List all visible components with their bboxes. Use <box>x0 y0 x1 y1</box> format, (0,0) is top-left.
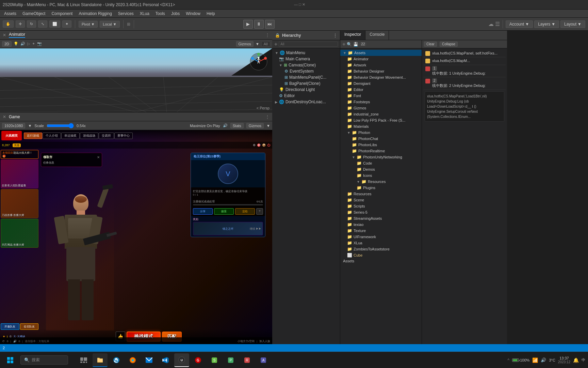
light-icon[interactable]: 💡 <box>14 42 18 46</box>
project-item-xlua[interactable]: 📁 XLua <box>340 240 422 246</box>
gizmos-button[interactable]: Gizmos <box>236 41 254 47</box>
add-hierarchy-btn[interactable]: + <box>274 41 277 47</box>
app-button-3[interactable]: R <box>240 353 255 367</box>
menu-jobs[interactable]: Jobs <box>168 11 182 17</box>
menu-gameobject[interactable]: GameObject <box>20 11 48 17</box>
thumb-1[interactable]: 全新准人组队图鉴集 <box>1 159 38 188</box>
project-item-icons[interactable]: 📁 Icons <box>340 172 422 179</box>
menu-tools[interactable]: Tools <box>153 11 168 17</box>
start-button[interactable] <box>3 353 18 367</box>
hierarchy-item-editor[interactable]: ⚙ Editor <box>272 93 340 99</box>
menu-xlua[interactable]: XLua <box>137 11 152 17</box>
collapse-btn-inspector[interactable]: Collapse <box>440 42 458 47</box>
project-item-artwork[interactable]: 📁 Artwork <box>340 62 422 68</box>
game-content[interactable]: 火线精英 近行游戏 个人介绍 幸运抽奖 游戏战场 交易所 赛事中心 <box>0 130 272 344</box>
pivot-button[interactable]: Pivot▼ <box>79 21 98 28</box>
mission-popup[interactable]: 领取市 ✕ 任务信息 <box>41 153 102 167</box>
nav-battle[interactable]: 游戏战场 <box>80 133 98 139</box>
mail-button[interactable] <box>142 353 157 367</box>
pause-button[interactable]: ⏸ <box>254 20 264 29</box>
project-item-resources-photon[interactable]: ▼ 📁 Resources <box>340 179 422 185</box>
2d-button[interactable]: 2D <box>2 41 12 47</box>
account-button[interactable]: Account▼ <box>506 20 533 28</box>
console-entry-2[interactable]: xlua.hotfix(CS.MapM... <box>423 57 506 65</box>
project-item-editor[interactable]: 📁 Editor <box>340 87 422 93</box>
search-project-btn[interactable]: 🔍 <box>347 42 352 47</box>
finish-btn[interactable]: 交给 <box>235 208 255 215</box>
hierarchy-item-eventsystem[interactable]: ⚙ EventSystem <box>272 68 340 74</box>
add-project-btn[interactable]: + <box>342 41 345 47</box>
rotate-tool-button[interactable]: ↻ <box>27 20 36 28</box>
game-button[interactable]: G <box>191 353 206 367</box>
maximize-on-play-label[interactable]: Maximize On Play <box>190 124 220 128</box>
anim-icon[interactable]: ▷ <box>27 42 30 46</box>
nav-recent[interactable]: 近行游戏 <box>24 133 42 139</box>
gizmos-game-button[interactable]: Gizmos <box>246 123 264 128</box>
move-tool-button[interactable]: ✛ <box>16 20 25 28</box>
layers-button[interactable]: Layers▼ <box>534 20 559 28</box>
project-item-animator[interactable]: 📁 Animator <box>340 56 422 62</box>
project-item-behavior-movement[interactable]: 📁 Behavior Designer Movement... <box>340 74 422 80</box>
project-item-demos[interactable]: 📁 Demos <box>340 166 422 172</box>
project-item-streaming[interactable]: 📁 StreamingAssets <box>340 215 422 221</box>
clear-btn[interactable]: Clear <box>424 42 437 47</box>
app-button-2[interactable]: P <box>223 353 238 367</box>
project-item-photonchat[interactable]: 📁 PhotonChat <box>340 136 422 142</box>
local-button[interactable]: Local▼ <box>100 21 119 28</box>
vscode-button[interactable] <box>158 353 173 367</box>
menu-help[interactable]: Help <box>204 11 218 17</box>
speaker-icon[interactable]: 🔊 <box>223 123 228 128</box>
hand-tool-button[interactable]: ✋ <box>3 20 14 28</box>
project-item-photonunity[interactable]: ▼ 📁 PhotonUnityNetworking <box>340 154 422 160</box>
project-item-font[interactable]: 📁 Font <box>340 93 422 99</box>
menu-window[interactable]: Window <box>183 11 203 17</box>
console-entry-4[interactable]: 2 线中数据: 2 UnityEngine.Debug: <box>423 77 506 90</box>
hierarchy-item-bagpanel[interactable]: ⊞ BagPanel(Clone) <box>272 80 340 87</box>
taskbar-search[interactable]: 🔍 搜索 <box>20 355 68 365</box>
browser-button[interactable] <box>125 353 140 367</box>
scale-tool-button[interactable]: ⤡ <box>38 20 47 28</box>
help-btn[interactable]: ? <box>256 208 263 215</box>
project-item-demigiant[interactable]: 📁 Demigiant <box>340 80 422 87</box>
animator-tab-label[interactable]: Animator <box>9 32 25 38</box>
project-item-lowpoly[interactable]: 📁 Low Poly FPS Pack - Free (S... <box>340 117 422 123</box>
tab-inspector[interactable]: Inspector <box>340 31 365 40</box>
edge-button[interactable] <box>109 353 124 367</box>
menu-services[interactable]: Services <box>115 11 136 17</box>
fileexplorer-button[interactable] <box>93 353 108 367</box>
project-item-industrial[interactable]: 📁 industrial_zone <box>340 111 422 117</box>
taskview-button[interactable] <box>76 353 91 367</box>
stats-button[interactable]: Stats <box>230 123 244 128</box>
scene-3d-view[interactable]: < Persp <box>0 48 272 112</box>
notifications-icon[interactable]: 🔔 <box>573 357 579 363</box>
input-method[interactable]: 中 <box>582 357 585 363</box>
rect-tool-button[interactable]: ⬜ <box>49 20 60 28</box>
project-item-assets-bottom[interactable]: Assets <box>340 258 422 264</box>
hierarchy-item-dontdestroy[interactable]: ▶ 🌐 DontDestroyOnLoac... <box>272 99 340 105</box>
nav-event[interactable]: 赛事中心 <box>114 133 133 139</box>
project-item-materials[interactable]: 📁 Materials <box>340 123 422 129</box>
scene-cameras-icon[interactable]: 📷 <box>37 42 42 46</box>
nav-trade[interactable]: 交易所 <box>99 133 114 139</box>
play-button[interactable]: ▶ <box>243 20 253 29</box>
project-item-scene[interactable]: 📁 Scene <box>340 197 422 203</box>
console-entry-1[interactable]: xlua.hotfix(CS.MapPanel, self.hotFixs... <box>423 50 506 57</box>
project-item-scripts[interactable]: 📁 Scripts <box>340 203 422 209</box>
menu-animation[interactable]: Animation Rigging <box>76 11 114 17</box>
project-item-texture[interactable]: 📁 Texture <box>340 228 422 234</box>
app-button-4[interactable]: A <box>256 353 271 367</box>
share-btn[interactable]: 分享 <box>193 208 213 215</box>
project-item-code[interactable]: 📁 Code <box>340 160 422 166</box>
project-item-plugins[interactable]: 📁 Plugins <box>340 185 422 191</box>
nav-profile[interactable]: 个人介绍 <box>43 133 61 139</box>
project-item-photonlibs[interactable]: 📁 PhotonLibs <box>340 142 422 148</box>
search-scene-input[interactable]: All <box>261 41 270 47</box>
project-item-texiao[interactable]: 📁 texiao <box>340 221 422 228</box>
game-tab-label[interactable]: Game <box>9 114 20 119</box>
step-button[interactable]: ⏭ <box>265 20 275 29</box>
hierarchy-item-camera[interactable]: 📷 Main Camera <box>272 56 340 62</box>
project-item-footsteps[interactable]: 📁 Footsteps <box>340 99 422 105</box>
close-icon-animator[interactable]: ✕ <box>3 33 6 37</box>
accept-btn[interactable]: 接受 <box>214 208 234 215</box>
hierarchy-more[interactable]: ⋮ <box>333 33 337 38</box>
